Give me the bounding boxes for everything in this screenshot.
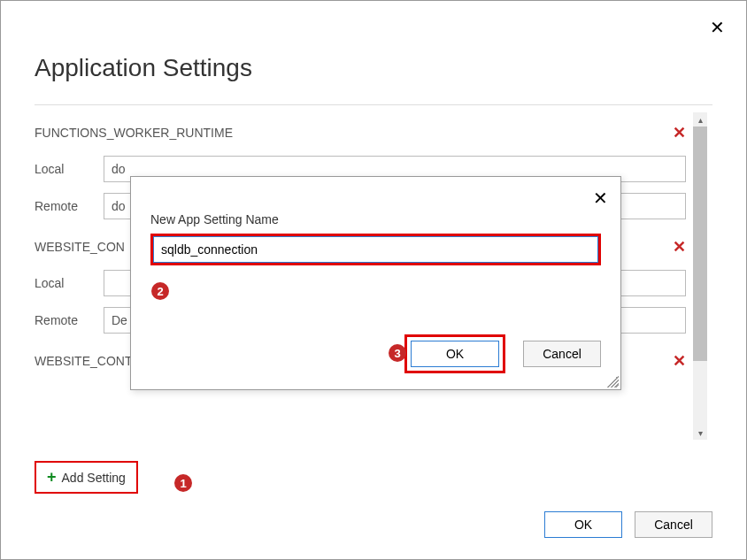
ok-button[interactable]: OK (544, 511, 622, 538)
scrollbar-down-icon[interactable]: ▾ (693, 426, 707, 440)
dialog-field-label: New App Setting Name (150, 212, 601, 226)
dialog-input-highlight (150, 234, 601, 265)
field-label-remote: Remote (35, 199, 104, 213)
dialog-footer: OK Cancel (544, 511, 712, 538)
delete-setting-icon[interactable]: ✕ (673, 123, 686, 142)
dialog-cancel-button[interactable]: Cancel (523, 341, 601, 367)
setting-name: FUNCTIONS_WORKER_RUNTIME (35, 126, 233, 140)
add-setting-button[interactable]: + Add Setting (35, 461, 138, 494)
dialog-close-icon[interactable]: ✕ (593, 188, 608, 209)
add-setting-label: Add Setting (62, 471, 126, 485)
page-title: Application Settings (35, 54, 712, 82)
field-label-local: Local (35, 162, 104, 176)
callout-badge-1: 1 (174, 474, 192, 492)
dialog-ok-highlight: OK (404, 334, 505, 373)
new-setting-dialog: ✕ New App Setting Name OK Cancel (130, 176, 621, 390)
setting-header: FUNCTIONS_WORKER_RUNTIME ✕ (35, 123, 686, 142)
callout-badge-3: 3 (389, 344, 406, 362)
scrollbar[interactable]: ▴ ▾ (693, 112, 707, 440)
field-label-local: Local (35, 276, 104, 290)
callout-badge-2: 2 (151, 282, 169, 300)
delete-setting-icon[interactable]: ✕ (673, 351, 686, 371)
scrollbar-thumb[interactable] (693, 127, 707, 361)
resize-grip-icon[interactable] (606, 375, 619, 387)
new-setting-name-input[interactable] (153, 236, 598, 263)
plus-icon: + (47, 468, 57, 487)
dialog-ok-button[interactable]: OK (411, 341, 499, 367)
dialog-footer: OK Cancel (404, 334, 601, 373)
cancel-button[interactable]: Cancel (635, 511, 712, 538)
field-label-remote: Remote (35, 313, 104, 327)
delete-setting-icon[interactable]: ✕ (673, 237, 686, 257)
scrollbar-up-icon[interactable]: ▴ (693, 112, 707, 127)
setting-name: WEBSITE_CON (35, 240, 125, 254)
